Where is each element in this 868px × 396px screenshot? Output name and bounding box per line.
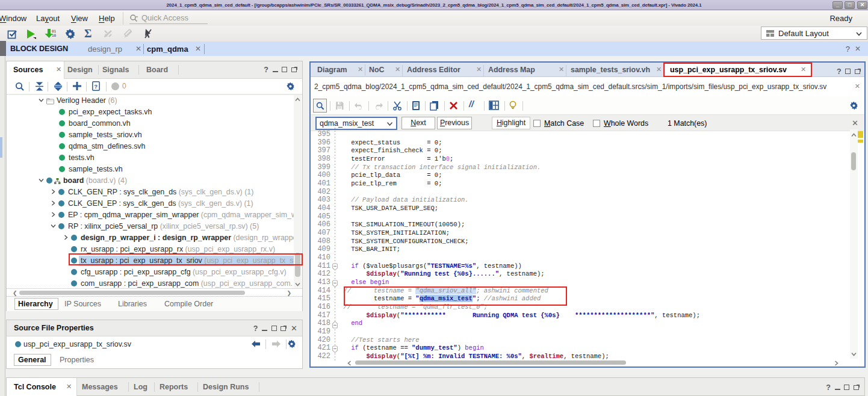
svg-text:10: 10 (52, 33, 57, 37)
svg-text:?: ? (94, 83, 98, 90)
svg-text:01: 01 (52, 29, 57, 33)
